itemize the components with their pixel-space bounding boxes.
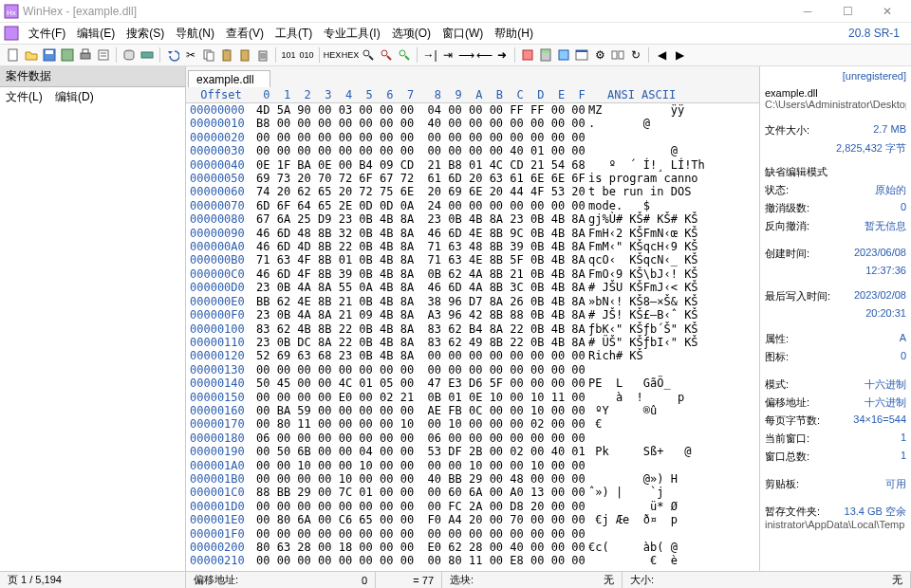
save-icon[interactable] xyxy=(42,47,57,63)
delete-icon[interactable] xyxy=(255,47,270,63)
svg-rect-18 xyxy=(241,50,249,61)
tpl-icon[interactable] xyxy=(520,47,535,63)
goto-start-icon[interactable]: →| xyxy=(422,47,437,63)
minimize-button[interactable]: ─ xyxy=(788,1,827,22)
menu-3[interactable]: 导航(N) xyxy=(170,24,220,44)
fwd-icon[interactable]: ➜ xyxy=(494,47,510,63)
menu-9[interactable]: 帮助(H) xyxy=(489,24,539,44)
offset-header: Offset xyxy=(186,88,256,101)
svg-rect-8 xyxy=(83,49,88,53)
properties-icon[interactable] xyxy=(96,47,111,63)
svg-rect-7 xyxy=(81,53,90,59)
svg-line-24 xyxy=(369,56,373,60)
hex-row[interactable]: 0000006074 20 62 65 20 72 75 6E 20 69 6E… xyxy=(186,185,759,198)
hex-row[interactable]: 0000011023 0B DC 8A 22 0B 4B 8A 83 62 49… xyxy=(186,336,759,349)
goto-offset-icon[interactable]: ⟶ xyxy=(458,47,474,63)
menu-2[interactable]: 搜索(S) xyxy=(121,24,170,44)
paste2-icon[interactable] xyxy=(237,47,252,63)
hex-row[interactable]: 0000014050 45 00 00 4C 01 05 00 47 E3 D6… xyxy=(186,377,759,390)
mode010-icon[interactable]: 010 xyxy=(299,47,314,63)
hex-row[interactable]: 0000015000 00 00 00 E0 00 02 21 0B 01 0E… xyxy=(186,391,759,404)
svg-rect-35 xyxy=(612,51,617,59)
info-panel: [unregistered] example.dll C:\Users\Admi… xyxy=(759,66,911,571)
new-icon[interactable] xyxy=(6,47,21,63)
analyze-icon[interactable] xyxy=(556,47,571,63)
hex-row[interactable]: 0000017000 80 11 00 00 00 00 10 00 10 00… xyxy=(186,417,759,431)
hex-row[interactable]: 0000009046 6D 48 8B 32 0B 4B 8A 46 6D 4E… xyxy=(186,227,759,240)
find1-icon[interactable] xyxy=(361,47,376,63)
svg-point-27 xyxy=(400,50,405,56)
hex-row[interactable]: 0000013000 00 00 00 00 00 00 00 00 00 00… xyxy=(186,363,759,377)
hex-row[interactable]: 000000706D 6F 64 65 2E 0D 0D 0A 24 00 00… xyxy=(186,199,759,212)
hex-row[interactable]: 000001B000 00 00 00 10 00 00 00 40 BB 29… xyxy=(186,472,759,486)
back-icon[interactable]: ⟵ xyxy=(476,47,492,63)
hex-row[interactable]: 000000D023 0B 4A 8A 55 0A 4B 8A 46 6D 4A… xyxy=(186,281,759,294)
next-icon[interactable]: ▶ xyxy=(672,47,687,63)
saveas-icon[interactable] xyxy=(60,47,75,63)
svg-rect-16 xyxy=(223,50,231,61)
hex-row[interactable]: 0000020080 63 28 00 18 00 00 00 E0 62 28… xyxy=(186,541,759,554)
hex-row[interactable]: 0000012052 69 63 68 23 0B 4B 8A 00 00 00… xyxy=(186,349,759,362)
hex-row[interactable]: 0000008067 6A 25 D9 23 0B 4B 8A 23 0B 4B… xyxy=(186,212,759,226)
refresh-icon[interactable]: ↻ xyxy=(628,47,643,63)
hex-row[interactable]: 0000021000 00 00 00 00 00 00 00 00 80 11… xyxy=(186,554,759,567)
svg-line-28 xyxy=(405,56,409,60)
calc-icon[interactable] xyxy=(538,47,553,63)
undo-icon[interactable] xyxy=(165,47,180,63)
hex-row[interactable]: 000000C046 6D 4F 8B 39 0B 4B 8A 0B 62 4A… xyxy=(186,267,759,281)
find3-icon[interactable] xyxy=(397,47,412,63)
hex-row[interactable]: 000000B071 63 4F 8B 01 0B 4B 8A 71 63 4E… xyxy=(186,253,759,266)
hex-row[interactable]: 000000004D 5A 90 00 03 00 00 00 04 00 00… xyxy=(186,103,759,117)
copy-icon[interactable] xyxy=(201,47,216,63)
paste-icon[interactable] xyxy=(219,47,234,63)
menu-5[interactable]: 工具(T) xyxy=(270,24,318,44)
cut-icon[interactable]: ✂ xyxy=(183,47,198,63)
hex-row[interactable]: 000000400E 1F BA 0E 00 B4 09 CD 21 B8 01… xyxy=(186,158,759,172)
hex2-icon[interactable]: HEX xyxy=(343,47,358,63)
menu-8[interactable]: 窗口(W) xyxy=(437,24,489,44)
hex-row[interactable]: 0000010083 62 4B 8B 22 0B 4B 8A 83 62 B4… xyxy=(186,322,759,336)
disk-icon[interactable] xyxy=(121,47,137,63)
left-menu-file[interactable]: 文件(L) xyxy=(6,90,43,103)
menu-4[interactable]: 查看(V) xyxy=(220,24,270,44)
tab-example-dll[interactable]: example.dll xyxy=(188,70,270,87)
maximize-button[interactable]: ☐ xyxy=(827,1,867,22)
menu-7[interactable]: 选项(O) xyxy=(386,24,437,44)
menu-1[interactable]: 编辑(E) xyxy=(71,24,121,44)
hex-row[interactable]: 000000A046 6D 4D 8B 22 0B 4B 8A 71 63 48… xyxy=(186,240,759,253)
hex-icon[interactable]: HEX xyxy=(325,47,340,63)
hex-row[interactable]: 0000016000 BA 59 00 00 00 00 00 AE FB 0C… xyxy=(186,404,759,417)
menu-6[interactable]: 专业工具(I) xyxy=(318,24,385,44)
app-icon: Hx xyxy=(4,4,19,19)
hex-row[interactable]: 000001F000 00 00 00 00 00 00 00 00 00 00… xyxy=(186,527,759,541)
menu-0[interactable]: 文件(F) xyxy=(23,24,71,44)
hex-row[interactable]: 000001A000 00 10 00 00 10 00 00 00 00 10… xyxy=(186,459,759,472)
gear-icon[interactable]: ⚙ xyxy=(592,47,607,63)
find2-icon[interactable] xyxy=(379,47,394,63)
hex-row[interactable]: 000000F023 0B 4A 8A 21 09 4B 8A A3 96 42… xyxy=(186,308,759,322)
hex-row[interactable]: 0000002000 00 00 00 00 00 00 00 00 00 00… xyxy=(186,131,759,144)
svg-rect-2 xyxy=(5,27,18,40)
hex-row[interactable]: 000001D000 00 00 00 00 00 00 00 00 FC 2A… xyxy=(186,500,759,513)
hex-viewport[interactable]: 000000004D 5A 90 00 03 00 00 00 04 00 00… xyxy=(186,103,759,571)
hex-row[interactable]: 000001E000 80 6A 00 C6 65 00 00 F0 A4 20… xyxy=(186,513,759,526)
left-menu-edit[interactable]: 编辑(D) xyxy=(55,90,94,103)
open-icon[interactable] xyxy=(24,47,39,63)
close-button[interactable]: ✕ xyxy=(867,1,907,22)
hex-row[interactable]: 0000005069 73 20 70 72 6F 67 72 61 6D 20… xyxy=(186,172,759,185)
goto-end-icon[interactable]: ⇥ xyxy=(440,47,456,63)
hex-row[interactable]: 000001C088 BB 29 00 7C 01 00 00 00 60 6A… xyxy=(186,486,759,499)
hex-row[interactable]: 0000003000 00 00 00 00 00 00 00 00 00 00… xyxy=(186,144,759,157)
hex-row[interactable]: 0000019000 50 6B 00 00 04 00 00 53 DF 2B… xyxy=(186,445,759,458)
window-icon[interactable] xyxy=(574,47,589,63)
print-icon[interactable] xyxy=(78,47,93,63)
mode101-icon[interactable]: 101 xyxy=(281,47,296,63)
case-data-header: 案件数据 xyxy=(0,66,185,87)
prev-icon[interactable]: ◀ xyxy=(654,47,669,63)
ram-icon[interactable] xyxy=(139,47,155,63)
hex-row[interactable]: 0000018006 00 00 00 00 00 00 00 06 00 00… xyxy=(186,432,759,445)
compare-icon[interactable] xyxy=(610,47,625,63)
hex-row[interactable]: 00000010B8 00 00 00 00 00 00 00 40 00 00… xyxy=(186,117,759,130)
hex-row[interactable]: 000000E0BB 62 4E 8B 21 0B 4B 8A 38 96 D7… xyxy=(186,295,759,308)
svg-rect-32 xyxy=(559,50,568,60)
